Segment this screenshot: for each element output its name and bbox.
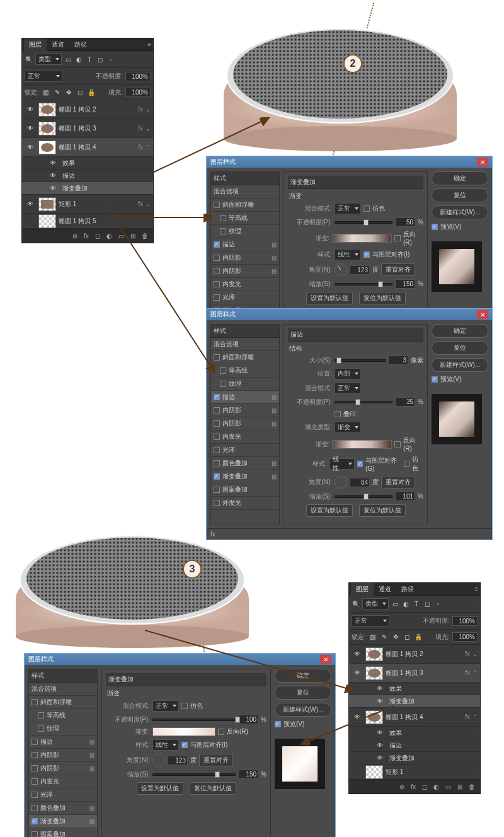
filter-adjust-icon[interactable]: ◐ bbox=[74, 55, 83, 64]
style-inner-glow[interactable]: 内发光 bbox=[29, 775, 97, 788]
lock-move-icon[interactable]: ✥ bbox=[391, 633, 400, 642]
reset-default-button[interactable]: 复位为默认值 bbox=[359, 504, 406, 517]
reset-align-button[interactable]: 重置对齐 bbox=[381, 263, 415, 276]
close-button[interactable]: ✕ bbox=[320, 655, 331, 664]
new-style-button[interactable]: 新建样式(W)... bbox=[432, 205, 488, 219]
reset-default-button[interactable]: 复位为默认值 bbox=[190, 782, 236, 795]
style-texture[interactable]: 纹理 bbox=[211, 225, 279, 238]
preview-checkbox[interactable] bbox=[275, 721, 281, 727]
tab-paths[interactable]: 路径 bbox=[69, 38, 92, 51]
style-inner-shadow[interactable]: 内阴影⊞ bbox=[211, 251, 279, 265]
visibility-toggle[interactable]: 👁 bbox=[47, 185, 59, 192]
panel-menu-icon[interactable]: ≡ bbox=[147, 41, 151, 48]
close-button[interactable]: ✕ bbox=[477, 310, 488, 319]
style-satin[interactable]: 光泽 bbox=[211, 291, 279, 304]
filter-smart-icon[interactable]: ▫ bbox=[106, 55, 115, 64]
gradient-style-select[interactable]: 线性 bbox=[335, 249, 361, 260]
opacity-input[interactable]: 100 bbox=[238, 715, 258, 724]
scale-slider[interactable] bbox=[152, 773, 236, 776]
visibility-toggle[interactable]: 👁 bbox=[374, 754, 386, 761]
style-pattern-overlay[interactable]: 图案叠加 bbox=[29, 828, 97, 837]
new-layer-icon[interactable]: ⊞ bbox=[130, 233, 135, 240]
set-default-button[interactable]: 设置为默认值 bbox=[306, 504, 353, 517]
blend-mode-select[interactable]: 正常 bbox=[335, 203, 361, 214]
layer-name[interactable]: 矩形 1 bbox=[59, 200, 138, 209]
visibility-toggle[interactable]: 👁 bbox=[374, 742, 386, 749]
reset-align-button[interactable]: 重置对齐 bbox=[381, 476, 415, 488]
filter-type-icon[interactable]: T bbox=[412, 599, 421, 608]
filter-type-dropdown[interactable]: 类型 bbox=[35, 54, 62, 65]
opacity-input[interactable]: 35 bbox=[395, 397, 415, 407]
ok-button[interactable]: 确定 bbox=[432, 324, 488, 338]
cancel-button[interactable]: 复位 bbox=[432, 341, 488, 355]
dither-checkbox[interactable] bbox=[404, 461, 410, 467]
scale-slider[interactable] bbox=[335, 495, 392, 498]
filter-image-icon[interactable]: ▭ bbox=[391, 599, 399, 608]
scale-input[interactable]: 150 bbox=[395, 279, 415, 289]
style-contour[interactable]: 等高线 bbox=[29, 709, 97, 722]
fx-icon[interactable]: fx bbox=[84, 233, 89, 240]
layer-name[interactable]: 椭圆 1 拷贝 5 bbox=[59, 217, 151, 226]
style-inner-shadow[interactable]: 内阴影⊞ bbox=[211, 404, 279, 417]
style-color-overlay[interactable]: 颜色叠加⊞ bbox=[29, 802, 97, 815]
align-checkbox[interactable] bbox=[357, 461, 363, 467]
layer-name[interactable]: 椭圆 1 拷贝 4 bbox=[386, 713, 465, 722]
style-satin[interactable]: 光泽 bbox=[211, 444, 279, 457]
visibility-toggle[interactable]: 👁 bbox=[352, 650, 363, 657]
ok-button[interactable]: 确定 bbox=[275, 669, 331, 683]
style-stroke[interactable]: 描边⊞ bbox=[211, 391, 279, 404]
effect-gradient-overlay[interactable]: 渐变叠加 bbox=[389, 697, 415, 706]
fx-expand[interactable]: ⌄ bbox=[146, 106, 151, 113]
style-inner-shadow-2[interactable]: 内阴影⊞ bbox=[211, 265, 279, 278]
fx-expand[interactable]: ⌃ bbox=[146, 144, 151, 151]
adjustment-icon[interactable]: ◐ bbox=[106, 233, 112, 240]
style-inner-glow[interactable]: 内发光 bbox=[211, 430, 279, 444]
fill-input[interactable]: 100% bbox=[125, 88, 151, 97]
cancel-button[interactable]: 复位 bbox=[432, 188, 488, 202]
set-default-button[interactable]: 设置为默认值 bbox=[137, 782, 183, 795]
gradient-style-select[interactable]: 线性 bbox=[329, 458, 355, 470]
style-blend-options[interactable]: 混合选项 bbox=[29, 683, 97, 696]
opacity-input[interactable]: 100% bbox=[125, 72, 151, 81]
layer-name[interactable]: 椭圆 1 拷贝 2 bbox=[59, 105, 138, 114]
lock-brush-icon[interactable]: ✎ bbox=[53, 88, 62, 97]
dither-checkbox[interactable] bbox=[364, 205, 370, 212]
gradient-style-select[interactable]: 线性 bbox=[152, 739, 179, 751]
gradient-picker[interactable] bbox=[332, 440, 392, 449]
size-input[interactable]: 3 bbox=[388, 355, 408, 365]
visibility-toggle[interactable]: 👁 bbox=[25, 125, 36, 132]
lock-artboard-icon[interactable]: ◻ bbox=[403, 633, 411, 642]
visibility-toggle[interactable]: 👁 bbox=[25, 144, 36, 151]
blend-mode-dropdown[interactable]: 正常 bbox=[25, 71, 62, 82]
reverse-checkbox[interactable] bbox=[394, 441, 401, 447]
align-checkbox[interactable] bbox=[181, 742, 188, 748]
opacity-slider[interactable] bbox=[335, 401, 392, 403]
visibility-toggle[interactable]: 👁 bbox=[374, 729, 386, 736]
filter-adjust-icon[interactable]: ◐ bbox=[401, 599, 410, 608]
gradient-picker[interactable] bbox=[152, 727, 215, 736]
fx-expand[interactable]: ⌄ bbox=[146, 125, 151, 132]
layer-name[interactable]: 椭圆 1 拷贝 4 bbox=[59, 143, 138, 152]
style-contour[interactable]: 等高线 bbox=[211, 364, 279, 378]
cancel-button[interactable]: 复位 bbox=[275, 686, 331, 700]
style-satin[interactable]: 光泽 bbox=[29, 788, 97, 802]
new-style-button[interactable]: 新建样式(W)... bbox=[432, 358, 488, 372]
overprint-checkbox[interactable] bbox=[335, 411, 341, 417]
angle-dial[interactable] bbox=[335, 476, 347, 488]
visibility-toggle[interactable]: 👁 bbox=[25, 106, 36, 113]
style-color-overlay[interactable]: 颜色叠加⊞ bbox=[211, 457, 279, 470]
blend-mode-select[interactable]: 正常 bbox=[152, 700, 179, 712]
tab-paths[interactable]: 路径 bbox=[396, 583, 419, 596]
visibility-toggle[interactable]: 👁 bbox=[352, 713, 363, 720]
scale-slider[interactable] bbox=[335, 283, 392, 286]
lock-move-icon[interactable]: ✥ bbox=[64, 88, 73, 97]
filter-type-icon[interactable]: T bbox=[85, 55, 94, 64]
angle-dial[interactable] bbox=[335, 263, 347, 276]
style-inner-shadow-2[interactable]: 内阴影⊞ bbox=[211, 417, 279, 430]
style-gradient-overlay[interactable]: 渐变叠加⊞ bbox=[29, 815, 97, 828]
scale-input[interactable]: 150 bbox=[238, 770, 258, 779]
link-icon[interactable]: ⊘ bbox=[399, 783, 404, 790]
opacity-slider[interactable] bbox=[335, 221, 392, 224]
effect-stroke[interactable]: 描边 bbox=[389, 741, 402, 750]
style-stroke[interactable]: 描边⊞ bbox=[211, 238, 279, 251]
